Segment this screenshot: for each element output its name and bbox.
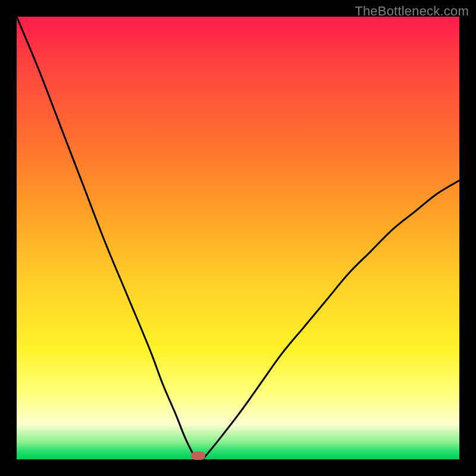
- bottleneck-curve: [17, 17, 459, 459]
- plot-area: [17, 17, 459, 459]
- optimal-marker: [191, 452, 205, 460]
- chart-frame: TheBottleneck.com: [0, 0, 476, 476]
